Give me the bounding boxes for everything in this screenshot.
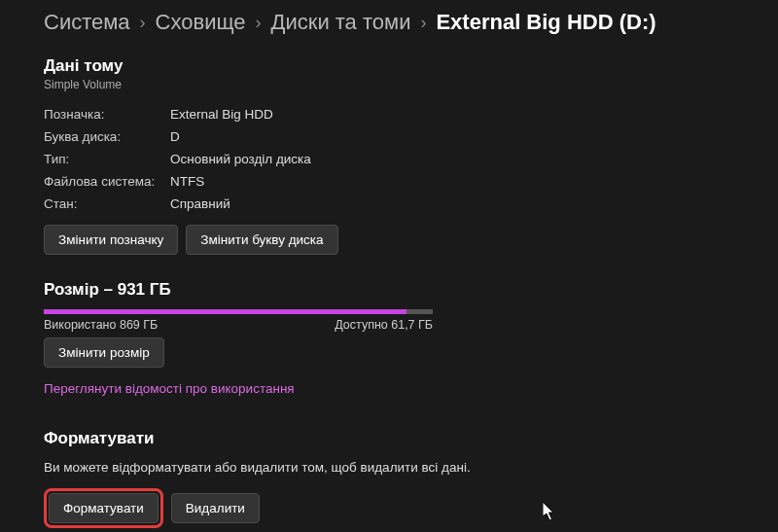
- prop-label: Позначка: External Big HDD: [44, 103, 734, 125]
- prop-type: Тип: Основний розділ диска: [44, 148, 734, 170]
- prop-key: Буква диска:: [44, 129, 170, 144]
- format-button[interactable]: Форматувати: [49, 493, 159, 523]
- prop-val: Основний розділ диска: [170, 152, 311, 166]
- volume-type-subtitle: Simple Volume: [44, 78, 734, 91]
- prop-drive-letter: Буква диска: D: [44, 125, 734, 148]
- change-drive-letter-button[interactable]: Змінити букву диска: [186, 225, 337, 255]
- view-usage-details-link[interactable]: Переглянути відомості про використання: [44, 381, 295, 396]
- prop-val: NTFS: [170, 174, 204, 189]
- resize-button[interactable]: Змінити розмір: [44, 337, 164, 368]
- prop-key: Файлова система:: [44, 174, 170, 189]
- format-heading: Форматувати: [44, 429, 734, 448]
- prop-val: External Big HDD: [170, 107, 273, 122]
- free-label: Доступно 61,7 ГБ: [335, 318, 433, 332]
- prop-val: Справний: [170, 196, 230, 211]
- prop-key: Тип:: [44, 152, 170, 166]
- prop-val: D: [170, 129, 180, 144]
- delete-button[interactable]: Видалити: [171, 493, 260, 523]
- prop-key: Позначка:: [44, 107, 170, 122]
- prop-filesystem: Файлова система: NTFS: [44, 170, 734, 193]
- volume-data-heading: Дані тому: [44, 56, 734, 76]
- breadcrumb-disks[interactable]: Диски та томи: [271, 10, 411, 35]
- chevron-right-icon: ›: [140, 13, 146, 33]
- chevron-right-icon: ›: [256, 13, 262, 33]
- annotation-highlight: Форматувати: [44, 488, 163, 528]
- storage-usage-fill: [44, 309, 407, 314]
- format-description: Ви можете відформатувати або видалити то…: [44, 460, 734, 475]
- change-label-button[interactable]: Змінити позначку: [44, 225, 178, 255]
- prop-status: Стан: Справний: [44, 193, 734, 215]
- chevron-right-icon: ›: [420, 13, 426, 33]
- size-heading: Розмір – 931 ГБ: [44, 280, 734, 300]
- breadcrumb: Система › Сховище › Диски та томи › Exte…: [44, 10, 734, 35]
- prop-key: Стан:: [44, 196, 170, 211]
- breadcrumb-current: External Big HDD (D:): [436, 10, 655, 35]
- storage-usage-bar: [44, 309, 433, 314]
- volume-properties: Позначка: External Big HDD Буква диска: …: [44, 103, 734, 215]
- used-label: Використано 869 ГБ: [44, 318, 158, 332]
- breadcrumb-storage[interactable]: Сховище: [156, 10, 246, 35]
- breadcrumb-system[interactable]: Система: [44, 10, 130, 35]
